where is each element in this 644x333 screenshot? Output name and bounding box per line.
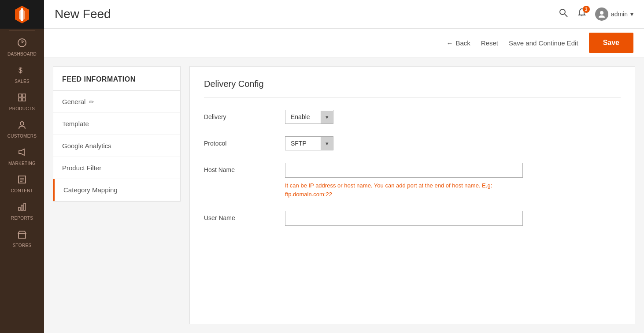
main-area: New Feed 3 admin ▾ ← Back Reset Save <box>44 0 644 333</box>
sales-icon: $ <box>17 65 27 77</box>
sidebar-logo <box>0 0 44 29</box>
user-dropdown-arrow: ▾ <box>630 11 633 18</box>
stores-icon <box>17 229 27 241</box>
nav-label-template: Template <box>62 120 89 127</box>
content-icon <box>17 175 27 187</box>
sidebar-item-customers[interactable]: CUSTOMERS <box>0 115 44 142</box>
nav-item-product-filter[interactable]: Product Filter <box>53 157 180 179</box>
header-actions: 3 admin ▾ <box>558 7 633 21</box>
hostname-control: It can be IP address or host name. You c… <box>285 163 621 198</box>
protocol-label: Protocol <box>204 136 274 147</box>
reset-button[interactable]: Reset <box>481 39 498 47</box>
nav-item-general[interactable]: General ✏ <box>53 91 180 113</box>
svg-rect-18 <box>24 203 26 210</box>
page-title: New Feed <box>55 7 111 21</box>
right-panel: Delivery Config Delivery Enable Protocol… <box>189 66 635 324</box>
delivery-row: Delivery Enable <box>204 110 621 124</box>
sidebar-item-dashboard[interactable]: DASHBOARD <box>0 33 44 60</box>
dashboard-icon <box>17 38 27 50</box>
svg-point-24 <box>600 11 603 15</box>
username-control <box>285 211 621 226</box>
user-menu[interactable]: admin ▾ <box>595 7 633 21</box>
content-area: FEED INFORMATION General ✏ Template Goog… <box>44 57 644 333</box>
top-header: New Feed 3 admin ▾ <box>44 0 644 29</box>
svg-rect-3 <box>21 8 23 21</box>
svg-rect-8 <box>19 98 22 101</box>
sidebar-item-label-content: CONTENT <box>11 188 33 193</box>
username-row: User Name <box>204 211 621 226</box>
username-input[interactable] <box>285 211 523 226</box>
svg-rect-7 <box>22 94 26 97</box>
nav-label-general: General <box>62 98 85 105</box>
nav-item-template[interactable]: Template <box>53 113 180 135</box>
nav-label-google-analytics: Google Analytics <box>62 142 111 150</box>
delivery-select-wrapper: Enable <box>285 110 333 124</box>
action-bar: ← Back Reset Save and Continue Edit Save <box>44 29 644 57</box>
svg-line-21 <box>565 14 567 17</box>
products-icon <box>17 93 27 105</box>
svg-rect-16 <box>19 207 20 210</box>
sidebar-item-sales[interactable]: $ SALES <box>0 60 44 87</box>
delivery-control: Enable <box>285 110 621 124</box>
user-name: admin <box>611 11 628 18</box>
search-icon <box>558 7 569 18</box>
protocol-control: SFTP <box>285 136 621 150</box>
svg-rect-19 <box>19 234 26 238</box>
sidebar-item-reports[interactable]: REPORTS <box>0 197 44 224</box>
svg-marker-11 <box>19 149 24 155</box>
user-avatar <box>595 7 608 21</box>
notification-button[interactable]: 3 <box>577 7 587 21</box>
delivery-select-value: Enable <box>285 110 321 123</box>
sidebar-item-label-reports: REPORTS <box>11 216 33 221</box>
nav-item-google-analytics[interactable]: Google Analytics <box>53 135 180 157</box>
back-arrow-icon: ← <box>446 39 453 47</box>
protocol-select-wrapper: SFTP <box>285 136 333 150</box>
save-continue-button[interactable]: Save and Continue Edit <box>509 39 578 47</box>
save-button[interactable]: Save <box>589 33 633 53</box>
svg-rect-17 <box>21 205 23 210</box>
sidebar-item-label-sales: SALES <box>15 79 30 84</box>
sidebar-item-stores[interactable]: STORES <box>0 224 44 251</box>
sidebar: DASHBOARD $ SALES PRODUCTS CUSTOMERS MAR… <box>0 0 44 333</box>
sidebar-item-products[interactable]: PRODUCTS <box>0 87 44 115</box>
section-divider <box>204 97 621 97</box>
sidebar-item-label-stores: STORES <box>13 243 32 248</box>
back-button[interactable]: ← Back <box>446 39 470 47</box>
sidebar-item-label-customers: CUSTOMERS <box>7 134 37 138</box>
nav-label-product-filter: Product Filter <box>62 164 101 172</box>
svg-rect-9 <box>22 98 26 101</box>
magento-logo-icon <box>12 5 32 24</box>
protocol-row: Protocol SFTP <box>204 136 621 150</box>
hostname-label: Host Name <box>204 163 274 173</box>
nav-item-category-mapping[interactable]: Category Mapping <box>53 179 180 201</box>
hostname-input[interactable] <box>285 163 523 178</box>
svg-text:$: $ <box>19 67 22 74</box>
protocol-select-arrow[interactable] <box>321 137 333 150</box>
edit-icon-general: ✏ <box>89 98 94 105</box>
sidebar-item-content[interactable]: CONTENT <box>0 169 44 197</box>
delivery-select-arrow[interactable] <box>321 111 333 123</box>
left-panel: FEED INFORMATION General ✏ Template Goog… <box>53 66 181 202</box>
svg-point-10 <box>20 122 24 125</box>
sidebar-divider <box>9 30 35 31</box>
marketing-icon <box>17 147 27 159</box>
delivery-label: Delivery <box>204 110 274 120</box>
section-title: Delivery Config <box>204 79 621 89</box>
protocol-select-value: SFTP <box>285 137 321 150</box>
customers-icon <box>17 120 27 132</box>
hostname-row: Host Name It can be IP address or host n… <box>204 163 621 198</box>
reports-icon <box>17 202 27 214</box>
sidebar-item-label-marketing: MARKETING <box>8 161 36 166</box>
notification-badge: 3 <box>583 6 590 13</box>
hostname-hint: It can be IP address or host name. You c… <box>285 181 523 198</box>
sidebar-item-label-products: PRODUCTS <box>9 106 35 111</box>
left-panel-heading: FEED INFORMATION <box>53 67 180 91</box>
search-button[interactable] <box>558 7 569 21</box>
username-label: User Name <box>204 211 274 221</box>
sidebar-item-marketing[interactable]: MARKETING <box>0 142 44 169</box>
sidebar-item-label-dashboard: DASHBOARD <box>7 52 37 56</box>
svg-rect-6 <box>19 94 22 97</box>
nav-label-category-mapping: Category Mapping <box>63 186 118 194</box>
svg-point-20 <box>560 9 565 15</box>
